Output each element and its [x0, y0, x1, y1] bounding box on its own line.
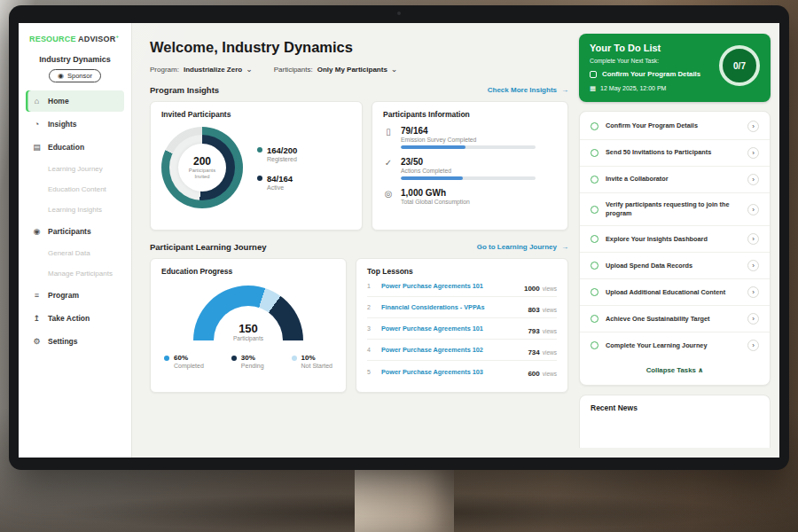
- task-checkbox[interactable]: [591, 206, 598, 214]
- chevron-right-icon[interactable]: ›: [747, 204, 759, 215]
- task-checkbox[interactable]: [591, 315, 598, 323]
- task-achieve-target[interactable]: Achieve One Sustainability Target ›: [580, 306, 770, 332]
- task-label: Explore Your Insights Dashboard: [606, 235, 740, 244]
- task-checkbox[interactable]: [591, 122, 598, 130]
- task-upload-spend-data[interactable]: Upload Spend Data Records ›: [580, 253, 770, 279]
- lesson-views-label: views: [543, 328, 557, 334]
- lesson-link[interactable]: Power Purchase Agreements 103: [381, 368, 520, 376]
- monitor-stand: [355, 470, 454, 532]
- participants-icon: ◉: [32, 227, 42, 236]
- sidebar-item-take-action[interactable]: ↥ Take Action: [26, 308, 124, 329]
- todo-summary-card: Your To Do List Complete Your Next Task:…: [579, 34, 771, 102]
- lesson-row: 1 Power Purchase Agreements 101 1000view…: [367, 276, 557, 297]
- sidebar-item-home[interactable]: ⌂ Home: [26, 90, 124, 112]
- chevron-right-icon[interactable]: ›: [747, 260, 759, 271]
- participants-value: Only My Participants: [317, 66, 387, 74]
- chevron-right-icon[interactable]: ›: [747, 174, 759, 185]
- participants-information-card: Participants Information ▯ 79/164 Emissi…: [372, 101, 568, 231]
- task-complete-learning-journey[interactable]: Complete Your Learning Journey ›: [580, 332, 770, 358]
- task-checkbox[interactable]: [591, 288, 598, 296]
- next-task-due: ▦ 12 May 2025, 12:00 PM: [590, 84, 712, 92]
- task-checkbox[interactable]: [591, 235, 598, 243]
- chevron-right-icon[interactable]: ›: [747, 340, 759, 351]
- sidebar-item-label: Learning Insights: [48, 206, 102, 214]
- sidebar-item-general-data[interactable]: General Data: [26, 244, 124, 262]
- task-label: Complete Your Learning Journey: [606, 341, 740, 350]
- task-label: Confirm Your Program Details: [606, 121, 740, 130]
- todo-title: Your To Do List: [590, 43, 712, 53]
- chevron-right-icon[interactable]: ›: [747, 147, 759, 159]
- task-checkbox[interactable]: [591, 149, 598, 157]
- check-more-insights-link[interactable]: Check More Insights →: [488, 86, 568, 94]
- task-invite-collaborator[interactable]: Invite a Collaborator ›: [580, 167, 770, 193]
- sponsor-badge[interactable]: ◉ Sponsor: [49, 69, 101, 82]
- sidebar-item-education-content[interactable]: Education Content: [26, 180, 124, 199]
- legend-registered: 164/200 Registered: [257, 145, 297, 162]
- next-task-row[interactable]: Confirm Your Program Details: [590, 70, 712, 78]
- filters-bar: Program: Industrialize Zero ⌄ Participan…: [150, 65, 575, 74]
- lesson-link[interactable]: Financial Considerations - VPPAs: [381, 303, 520, 311]
- gauge-legend: 60% Completed 30% Pending: [161, 354, 335, 369]
- legend-value: 10%: [301, 354, 316, 362]
- chevron-down-icon: ⌄: [246, 65, 253, 74]
- sidebar-item-settings[interactable]: ⚙ Settings: [26, 331, 124, 352]
- go-to-learning-journey-link[interactable]: Go to Learning Journey →: [477, 243, 568, 251]
- program-insights-header: Program Insights Check More Insights →: [150, 85, 568, 95]
- lesson-link[interactable]: Power Purchase Agreements 101: [381, 282, 517, 290]
- education-progress-card: Education Progress 150 Participants: [150, 258, 347, 393]
- task-checkbox[interactable]: [591, 341, 598, 349]
- task-upload-educational-content[interactable]: Upload Additional Educational Content ›: [580, 279, 770, 306]
- sidebar-item-program[interactable]: ≡ Program: [26, 285, 124, 306]
- monitor-bezel: RESOURCE ADVISOR+ Industry Dynamics ◉ Sp…: [9, 5, 789, 470]
- legend-completed: 60% Completed: [164, 354, 204, 369]
- chevron-right-icon[interactable]: ›: [747, 313, 759, 325]
- task-confirm-program[interactable]: Confirm Your Program Details ›: [580, 113, 770, 140]
- chevron-right-icon[interactable]: ›: [747, 121, 759, 132]
- sidebar-item-label: Participants: [48, 227, 91, 236]
- lesson-link[interactable]: Power Purchase Agreements 102: [381, 346, 520, 354]
- sponsor-label: Sponsor: [67, 72, 92, 80]
- task-verify-participants[interactable]: Verify participants requesting to join t…: [580, 193, 770, 226]
- lesson-link[interactable]: Power Purchase Agreements 101: [381, 325, 520, 332]
- task-checkbox[interactable]: [591, 262, 598, 270]
- gauge-center-value: 150: [193, 322, 303, 335]
- lesson-views: 734: [528, 348, 539, 356]
- lesson-rank: 4: [367, 347, 374, 353]
- lesson-rank: 2: [367, 304, 374, 310]
- task-label: Achieve One Sustainability Target: [606, 315, 740, 324]
- lesson-rank: 1: [367, 283, 374, 289]
- todo-progress-value: 0/7: [733, 61, 746, 71]
- task-checkbox[interactable]: [591, 176, 598, 184]
- pending-dot: [231, 356, 237, 361]
- sidebar-item-insights[interactable]: ◔ Insights: [26, 113, 124, 135]
- sidebar-item-manage-participants[interactable]: Manage Participants: [26, 264, 124, 283]
- arrow-right-icon: →: [561, 243, 568, 251]
- chevron-right-icon[interactable]: ›: [747, 286, 759, 298]
- collapse-tasks-link[interactable]: Collapse Tasks ∧: [580, 358, 770, 383]
- sidebar-item-education[interactable]: ▤ Education: [26, 137, 124, 158]
- stat-value: 79/164: [401, 126, 557, 136]
- lesson-views-label: views: [543, 307, 557, 313]
- program-dropdown[interactable]: Program: Industrialize Zero ⌄: [150, 65, 253, 74]
- chevron-right-icon[interactable]: ›: [747, 233, 759, 245]
- next-task-checkbox[interactable]: [590, 71, 597, 78]
- stat-label: Emission Survey Completed: [401, 137, 557, 143]
- consumption-icon: ◎: [383, 188, 394, 207]
- sidebar-item-label: Learning Journey: [48, 165, 103, 173]
- stat-label: Total Global Consumption: [401, 199, 557, 205]
- sidebar-item-learning-journey[interactable]: Learning Journey: [26, 160, 124, 178]
- legend-value: 84/164: [267, 174, 293, 184]
- calendar-icon: ▦: [590, 84, 596, 92]
- participants-dropdown[interactable]: Participants: Only My Participants ⌄: [274, 65, 398, 74]
- legend-value: 164/200: [267, 145, 297, 155]
- task-send-invitations[interactable]: Send 50 Invitations to Participants ›: [580, 140, 770, 167]
- task-explore-insights[interactable]: Explore Your Insights Dashboard ›: [580, 226, 770, 253]
- donut-center-label: Participants Invited: [184, 168, 221, 180]
- lesson-row: 3 Power Purchase Agreements 101 793views: [367, 318, 557, 340]
- sidebar-item-learning-insights[interactable]: Learning Insights: [26, 200, 124, 219]
- sidebar-item-participants[interactable]: ◉ Participants: [26, 221, 124, 242]
- stat-value: 1,000 GWh: [401, 188, 557, 198]
- task-label: Verify participants requesting to join t…: [606, 200, 740, 218]
- participants-label: Participants:: [274, 66, 313, 74]
- lesson-rank: 3: [367, 325, 374, 332]
